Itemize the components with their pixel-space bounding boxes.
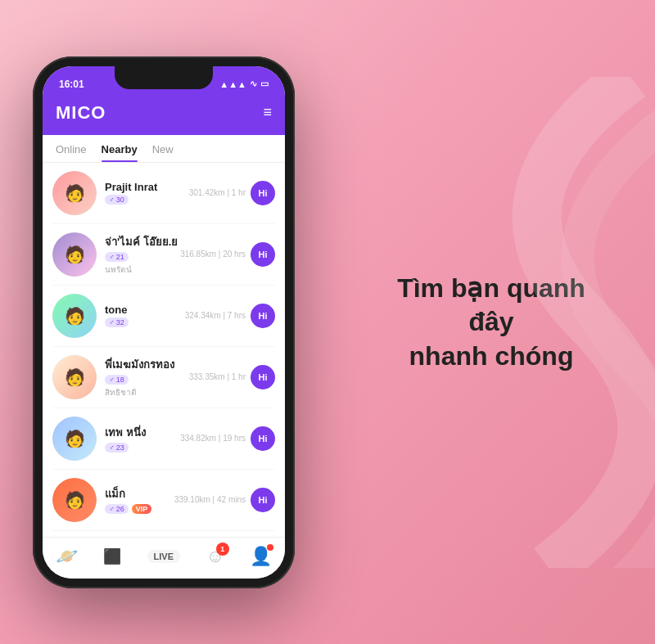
gender-badge: ♂ 18	[105, 375, 129, 385]
wifi-icon: ∿	[250, 79, 257, 89]
avatar: 🧑	[52, 478, 97, 522]
list-item: 🧑 Prajit Inrat ♂ 30 301.42km | 1 hr Hi	[52, 163, 275, 224]
live-button[interactable]: LIVE	[147, 550, 180, 563]
avatar-img: 🧑	[52, 232, 97, 277]
user-distance: 333.35km | 1 hr	[189, 372, 246, 381]
user-meta: ♂ 18	[105, 375, 189, 385]
user-distance: 339.10km | 42 mins	[174, 495, 246, 504]
user-meta: ♂ 32	[105, 317, 185, 327]
status-time: 16:01	[59, 79, 84, 90]
phone-body: 16:01 ▲▲▲ ∿ ▭ MICO ≡ Online Nearby New	[33, 56, 295, 588]
phone-mockup: 16:01 ▲▲▲ ∿ ▭ MICO ≡ Online Nearby New	[33, 56, 295, 588]
user-name: พี่เมฆมังกรทอง	[105, 356, 189, 373]
avatar-img: 🧑	[52, 355, 97, 399]
avatar: 🧑	[52, 171, 97, 215]
list-item: 🧑 เทพ หนึ่ง ♂ 23 334.82km | 19 hrs Hi	[52, 408, 275, 470]
nav-live[interactable]: LIVE	[147, 550, 180, 563]
hi-button[interactable]: Hi	[251, 365, 275, 390]
user-distance: 301.42km | 1 hr	[189, 188, 246, 197]
avatar: 🧑	[52, 294, 97, 338]
hi-button[interactable]: Hi	[251, 242, 275, 267]
signal-icon: ▲▲▲	[219, 79, 246, 89]
hi-button[interactable]: Hi	[251, 426, 275, 451]
battery-icon: ▭	[260, 79, 269, 89]
user-name: Prajit Inrat	[105, 181, 189, 193]
nav-discover[interactable]: 🪐	[56, 546, 78, 567]
profile-dot	[267, 544, 273, 551]
user-info: Prajit Inrat ♂ 30	[105, 181, 189, 205]
discover-icon: 🪐	[56, 546, 78, 567]
tabs-bar: Online Nearby New	[43, 135, 285, 163]
hi-button[interactable]: Hi	[251, 488, 275, 512]
tab-online[interactable]: Online	[56, 143, 87, 162]
list-item: 🧑 แม็ก ♂ 26 VIP 339.10km | 42 mins Hi	[52, 470, 275, 531]
phone-screen: 16:01 ▲▲▲ ∿ ▭ MICO ≡ Online Nearby New	[43, 66, 285, 579]
user-meta: ♂ 26 VIP	[105, 504, 174, 514]
gender-badge: ♂ 32	[105, 317, 129, 327]
user-meta: ♂ 21	[105, 252, 180, 262]
nav-profile[interactable]: 👤	[250, 546, 272, 567]
notification-badge: 1	[216, 543, 229, 556]
user-info: เทพ หนึ่ง ♂ 23	[105, 424, 180, 453]
vip-badge: VIP	[132, 504, 152, 514]
user-distance: 324.34km | 7 hrs	[185, 311, 246, 320]
list-item: 🧑 พี่เมฆมังกรทอง ♂ 18 สิทธิชาติ 333.35km…	[52, 347, 275, 408]
user-name: tone	[105, 304, 185, 316]
user-name: จ่า'ไมค์ โอ๊ยย.ย	[105, 233, 180, 250]
gender-badge: ♂ 21	[105, 252, 129, 262]
user-info: พี่เมฆมังกรทอง ♂ 18 สิทธิชาติ	[105, 356, 189, 399]
avatar: 🧑	[52, 417, 97, 461]
list-item: 🧑 tone ♂ 32 324.34km | 7 hrs Hi	[52, 286, 275, 347]
gender-badge: ♂ 30	[105, 195, 129, 205]
avatar: 🧑	[52, 355, 97, 399]
time-label: 16:01	[59, 79, 84, 90]
nav-notifications[interactable]: ☺ 1	[206, 546, 224, 567]
menu-icon[interactable]: ≡	[263, 104, 272, 121]
user-sub: นพรัตน์	[105, 263, 180, 276]
user-name: เทพ หนึ่ง	[105, 424, 180, 441]
tab-nearby[interactable]: Nearby	[102, 143, 138, 162]
gender-badge: ♂ 23	[105, 443, 129, 453]
app-logo: MICO	[56, 102, 106, 124]
app-header: MICO ≡	[43, 99, 285, 135]
avatar-img: 🧑	[52, 417, 97, 461]
decorative-curve	[426, 77, 655, 568]
status-icons: ▲▲▲ ∿ ▭	[219, 79, 269, 89]
user-list: 🧑 Prajit Inrat ♂ 30 301.42km | 1 hr Hi	[43, 163, 285, 537]
user-meta: ♂ 23	[105, 443, 180, 453]
avatar: 🧑	[52, 232, 97, 277]
nav-chat[interactable]: ⬛	[103, 547, 121, 565]
user-sub: สิทธิชาติ	[105, 386, 189, 399]
hi-button[interactable]: Hi	[251, 181, 275, 205]
hi-button[interactable]: Hi	[251, 304, 275, 328]
user-distance: 334.82km | 19 hrs	[180, 434, 246, 443]
avatar-img: 🧑	[52, 478, 97, 522]
user-meta: ♂ 30	[105, 195, 189, 205]
user-info: tone ♂ 32	[105, 304, 185, 327]
avatar-img: 🧑	[52, 171, 97, 215]
tab-new[interactable]: New	[152, 143, 174, 162]
avatar-img: 🧑	[52, 294, 97, 338]
gender-badge: ♂ 26	[105, 504, 129, 514]
phone-notch	[115, 66, 213, 89]
user-info: แม็ก ♂ 26 VIP	[105, 485, 174, 514]
chat-icon: ⬛	[103, 547, 121, 565]
list-item: 🧑 จ่า'ไมค์ โอ๊ยย.ย ♂ 21 นพรัตน์ 316.85km…	[52, 224, 275, 286]
bottom-nav: 🪐 ⬛ LIVE ☺ 1 👤	[43, 537, 285, 579]
user-name: แม็ก	[105, 485, 174, 502]
user-info: จ่า'ไมค์ โอ๊ยย.ย ♂ 21 นพรัตน์	[105, 233, 180, 276]
user-distance: 316.85km | 20 hrs	[180, 250, 246, 259]
